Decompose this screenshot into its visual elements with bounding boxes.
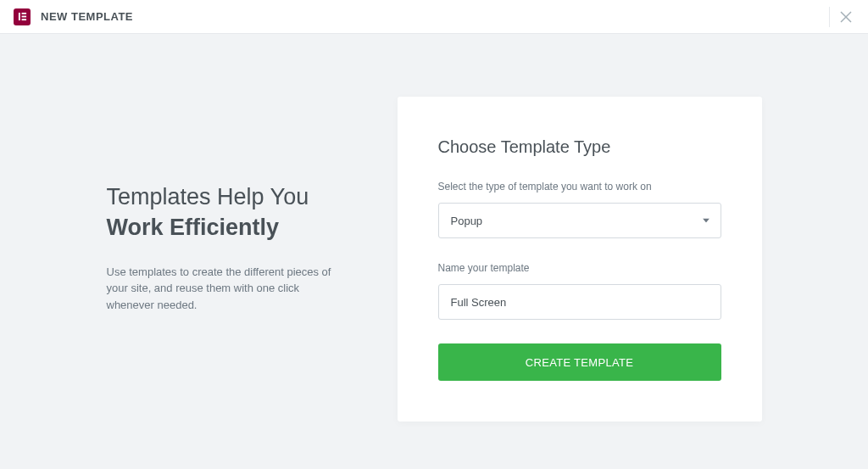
intro-panel: Templates Help You Work Efficiently Use … — [107, 97, 398, 422]
modal-title: NEW TEMPLATE — [41, 10, 133, 23]
svg-rect-2 — [21, 16, 25, 18]
template-form-card: Choose Template Type Select the type of … — [398, 97, 762, 422]
headline-line-2: Work Efficiently — [107, 212, 381, 243]
close-button[interactable] — [837, 8, 854, 25]
create-template-button[interactable]: CREATE TEMPLATE — [438, 343, 721, 381]
template-type-select-wrapper: Popup — [438, 203, 721, 238]
headline-line-1: Templates Help You — [107, 181, 381, 212]
modal-content: Templates Help You Work Efficiently Use … — [0, 34, 868, 422]
elementor-logo — [14, 8, 31, 25]
modal-header: NEW TEMPLATE — [0, 0, 868, 34]
svg-rect-0 — [18, 13, 19, 20]
template-name-input[interactable] — [438, 284, 721, 320]
template-name-label: Name your template — [438, 262, 721, 274]
form-title: Choose Template Type — [438, 137, 721, 157]
svg-rect-1 — [21, 13, 25, 14]
close-icon — [840, 11, 852, 23]
svg-rect-3 — [21, 19, 25, 20]
template-type-select[interactable]: Popup — [438, 203, 721, 238]
template-type-label: Select the type of template you want to … — [438, 181, 721, 193]
intro-description: Use templates to create the different pi… — [107, 264, 344, 314]
